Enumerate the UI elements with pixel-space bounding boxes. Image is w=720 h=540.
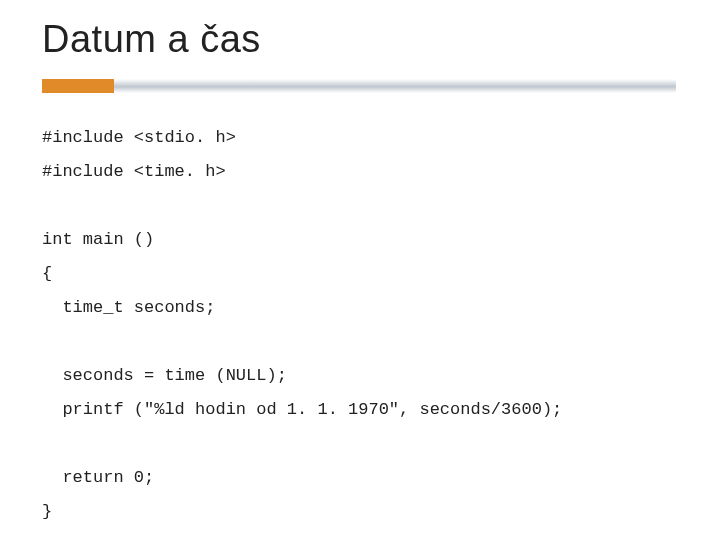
code-line: { (42, 264, 52, 283)
slide: Datum a čas #include <stdio. h> #include… (0, 0, 720, 540)
code-line: int main () (42, 230, 154, 249)
code-line: printf ("%ld hodin od 1. 1. 1970", secon… (42, 400, 562, 419)
code-line: #include <stdio. h> (42, 128, 236, 147)
code-line: } (42, 502, 52, 521)
accent-bar (42, 79, 114, 93)
rule-gradient (114, 79, 676, 93)
code-line: seconds = time (NULL); (42, 366, 287, 385)
code-line: time_t seconds; (42, 298, 215, 317)
code-line: #include <time. h> (42, 162, 226, 181)
slide-title: Datum a čas (42, 18, 678, 61)
title-rule (42, 79, 678, 97)
code-line: return 0; (42, 468, 154, 487)
code-block: #include <stdio. h> #include <time. h> i… (42, 121, 678, 529)
